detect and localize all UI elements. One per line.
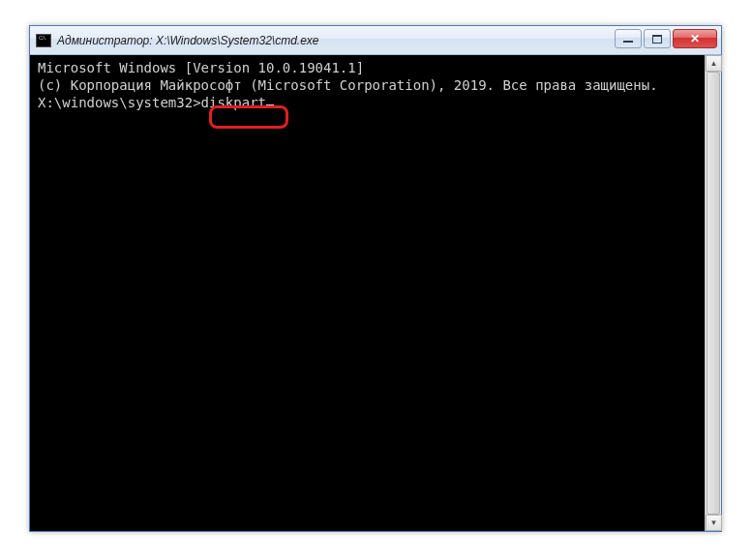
maximize-button[interactable] [644, 29, 671, 48]
console-line-copyright: (c) Корпорация Майкрософт (Microsoft Cor… [38, 76, 713, 94]
vertical-scrollbar[interactable]: ▲ ▼ [705, 55, 721, 531]
console-line-version: Microsoft Windows [Version 10.0.19041.1] [38, 59, 713, 76]
scroll-thumb[interactable] [707, 72, 720, 515]
cmd-window: C:\. Администратор: X:\Windows\System32\… [29, 25, 722, 532]
console-prompt-line: X:\windows\system32>diskpart [38, 94, 713, 111]
titlebar[interactable]: C:\. Администратор: X:\Windows\System32\… [30, 26, 721, 55]
console-prompt: X:\windows\system32> [38, 95, 201, 110]
minimize-icon [623, 41, 633, 43]
scroll-up-button[interactable]: ▲ [706, 55, 722, 72]
window-title: Администратор: X:\Windows\System32\cmd.e… [57, 34, 319, 47]
scroll-down-button[interactable]: ▼ [706, 515, 722, 531]
console-output[interactable]: Microsoft Windows [Version 10.0.19041.1]… [30, 55, 721, 531]
maximize-icon [652, 35, 662, 44]
console-cursor [266, 104, 274, 106]
console-command: diskpart [201, 95, 266, 110]
scroll-track[interactable] [706, 72, 721, 515]
close-button[interactable]: ✕ [673, 29, 717, 48]
cmd-icon: C:\. [36, 34, 51, 47]
minimize-button[interactable] [615, 29, 642, 48]
close-icon: ✕ [690, 33, 700, 44]
window-controls: ✕ [615, 29, 717, 48]
